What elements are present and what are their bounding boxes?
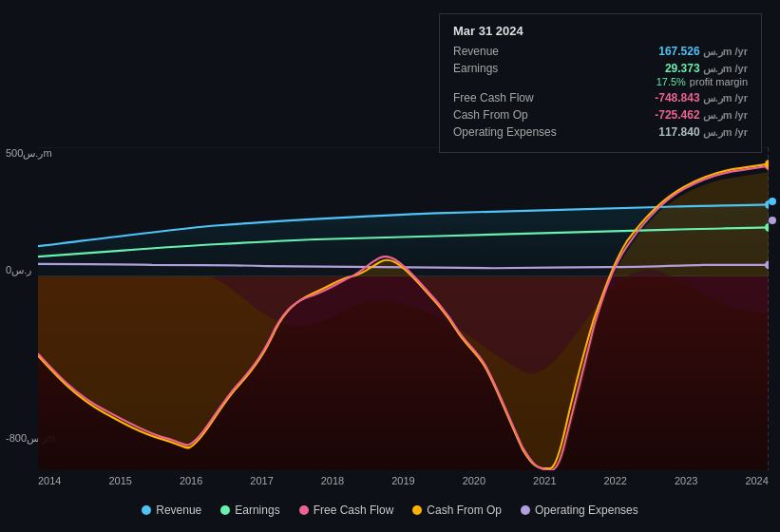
x-label-2019: 2019: [391, 475, 414, 486]
opex-value: 117.840ر.س‌m /yr: [658, 125, 748, 139]
opex-indicator: [769, 217, 776, 224]
legend-fcf-label: Free Cash Flow: [314, 504, 394, 517]
x-label-2024: 2024: [745, 475, 768, 486]
chart-svg: [38, 147, 769, 470]
tooltip-earnings-row: Earnings 29.373ر.س‌m /yr: [453, 62, 748, 75]
x-label-2020: 2020: [463, 475, 485, 486]
legend-earnings[interactable]: Earnings: [220, 504, 279, 517]
profit-margin-label: profit margin: [690, 76, 748, 87]
tooltip-opex-row: Operating Expenses 117.840ر.س‌m /yr: [453, 125, 748, 139]
earnings-margin: 17.5%: [656, 76, 686, 87]
tooltip-margin-row: 17.5% profit margin: [453, 76, 748, 87]
x-label-2014: 2014: [38, 475, 61, 486]
x-label-2022: 2022: [604, 475, 627, 486]
revenue-indicator: [769, 198, 776, 205]
x-label-2023: 2023: [675, 475, 697, 486]
legend-revenue[interactable]: Revenue: [142, 504, 201, 517]
y-label-mid: 0ر.س‌: [6, 264, 31, 276]
legend-earnings-dot: [220, 505, 230, 515]
chart-area[interactable]: [38, 147, 769, 470]
legend-opex[interactable]: Operating Expenses: [521, 504, 638, 517]
revenue-value: 167.526ر.س‌m /yr: [658, 45, 748, 58]
legend-opex-label: Operating Expenses: [535, 504, 638, 517]
chart-container: Mar 31 2024 Revenue 167.526ر.س‌m /yr Ear…: [0, 0, 780, 532]
x-label-2015: 2015: [108, 475, 131, 486]
x-label-2016: 2016: [180, 475, 202, 486]
earnings-value: 29.373ر.س‌m /yr: [665, 62, 748, 75]
tooltip-revenue-row: Revenue 167.526ر.س‌m /yr: [453, 45, 748, 58]
legend-cfo[interactable]: Cash From Op: [412, 504, 502, 517]
tooltip-box: Mar 31 2024 Revenue 167.526ر.س‌m /yr Ear…: [439, 13, 762, 153]
legend-cfo-label: Cash From Op: [427, 504, 502, 517]
legend-earnings-label: Earnings: [235, 504, 279, 517]
cfo-label: Cash From Op: [453, 108, 528, 122]
legend-revenue-dot: [142, 505, 151, 515]
tooltip-cfo-row: Cash From Op -725.462ر.س‌m /yr: [453, 108, 748, 122]
legend-fcf-dot: [299, 505, 309, 515]
legend-fcf[interactable]: Free Cash Flow: [299, 504, 394, 517]
legend-cfo-dot: [412, 505, 422, 515]
fcf-label: Free Cash Flow: [453, 91, 534, 104]
opex-label: Operating Expenses: [453, 125, 557, 139]
legend-revenue-label: Revenue: [156, 504, 201, 517]
x-axis: 2014 2015 2016 2017 2018 2019 2020 2021 …: [38, 475, 769, 486]
earnings-label: Earnings: [453, 62, 498, 75]
revenue-label: Revenue: [453, 45, 499, 58]
tooltip-fcf-row: Free Cash Flow -748.843ر.س‌m /yr: [453, 91, 748, 104]
x-label-2021: 2021: [533, 475, 556, 486]
chart-legend: Revenue Earnings Free Cash Flow Cash Fro…: [0, 504, 780, 517]
legend-opex-dot: [521, 505, 530, 515]
fcf-value: -748.843ر.س‌m /yr: [655, 91, 748, 104]
cfo-value: -725.462ر.س‌m /yr: [655, 108, 748, 122]
tooltip-date: Mar 31 2024: [453, 24, 748, 38]
x-label-2017: 2017: [250, 475, 273, 486]
x-label-2018: 2018: [321, 475, 344, 486]
